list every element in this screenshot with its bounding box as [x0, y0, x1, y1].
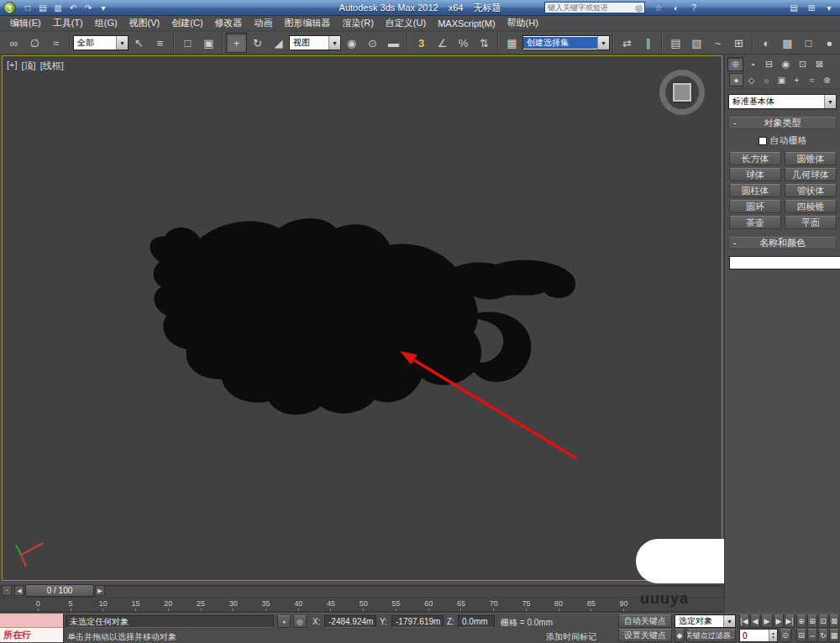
select-and-rotate-icon[interactable]: ↻ — [247, 33, 268, 53]
time-slider-track[interactable] — [0, 585, 724, 596]
current-frame-field[interactable]: 0 ▴▾ — [739, 629, 778, 642]
viewcube[interactable] — [659, 70, 705, 115]
rectangular-selection-region-icon[interactable]: □ — [177, 33, 198, 53]
go-to-end-icon[interactable]: ▶| — [785, 614, 795, 628]
viewcube-face[interactable] — [673, 83, 691, 102]
render-production-icon[interactable]: ● — [819, 33, 840, 53]
tab-utilities-icon[interactable]: ⊠ — [811, 57, 827, 71]
layer-manager-icon[interactable]: ▤ — [665, 33, 686, 53]
category-geometry-icon[interactable]: ● — [729, 73, 743, 86]
menu-rendering[interactable]: 渲染(R) — [337, 17, 380, 29]
next-frame-button-icon[interactable]: ▶ — [774, 614, 784, 628]
go-to-start-icon[interactable]: |◀ — [739, 614, 749, 628]
torus-button[interactable]: 圆环 — [729, 200, 781, 213]
absolute-mode-icon[interactable]: ◎ — [293, 615, 307, 628]
help-icon[interactable]: ? — [687, 2, 701, 14]
rendered-frame-window-icon[interactable]: □ — [798, 33, 819, 53]
bind-to-space-warp-icon[interactable]: ≈ — [45, 33, 66, 53]
select-and-link-icon[interactable]: ∞ — [3, 33, 24, 53]
menu-edit[interactable]: 编辑(E) — [4, 17, 47, 29]
search-icon[interactable]: ◎ — [633, 2, 644, 14]
zoom-region-icon[interactable]: ⊟ — [796, 629, 806, 642]
play-icon[interactable]: ▶ — [761, 614, 773, 628]
undo-icon[interactable]: ↶ — [66, 2, 80, 14]
zoom-extents-icon[interactable]: ⊡ — [818, 614, 828, 628]
favorites-icon[interactable]: ☆ — [652, 2, 665, 14]
dropdown-arrow-icon[interactable]: ▼ — [116, 36, 128, 50]
zoom-icon[interactable]: ⊕ — [796, 614, 806, 628]
viewport-top-wireframe[interactable]: [+] [顶] [线框] — [2, 55, 722, 581]
z-coordinate-field[interactable]: 0.0mm — [458, 615, 495, 628]
mini-curve-editor-icon[interactable]: ~ — [2, 585, 12, 596]
maximize-viewport-icon[interactable]: ▦ — [829, 629, 839, 642]
set-key-button[interactable]: 设置关键点 — [618, 629, 672, 642]
zoom-all-icon[interactable]: ⊞ — [807, 614, 817, 628]
category-helpers-icon[interactable]: + — [790, 73, 804, 86]
tab-motion-icon[interactable]: ◉ — [778, 57, 794, 71]
menu-tools[interactable]: 工具(T) — [47, 17, 89, 29]
tab-create-icon[interactable]: ⊕ — [727, 57, 743, 71]
pan-icon[interactable]: ⇔ — [807, 629, 817, 642]
category-cameras-icon[interactable]: ▣ — [774, 73, 789, 86]
tab-hierarchy-icon[interactable]: ⊟ — [761, 57, 777, 71]
add-time-tag[interactable]: 添加时间标记 — [546, 631, 596, 643]
cone-button[interactable]: 圆锥体 — [785, 152, 837, 165]
select-by-name-icon[interactable]: ≡ — [150, 33, 171, 53]
menu-group[interactable]: 组(G) — [89, 17, 123, 29]
mirror-icon[interactable]: ⇄ — [617, 33, 638, 53]
curve-editor-icon[interactable]: ~ — [707, 33, 728, 53]
use-pivot-center-icon[interactable]: ◉ — [341, 33, 362, 53]
dropdown-arrow-icon[interactable]: ▼ — [723, 615, 735, 627]
dropdown-arrow-icon[interactable]: ▼ — [824, 95, 836, 108]
menu-create[interactable]: 创建(C) — [165, 17, 208, 29]
category-space-warps-icon[interactable]: ≈ — [805, 73, 819, 86]
pyramid-button[interactable]: 四棱锥 — [785, 200, 837, 213]
collapse-icon[interactable]: - — [733, 238, 737, 248]
qat-dropdown-icon[interactable]: ▾ — [97, 2, 110, 14]
reference-coordinate-dropdown[interactable]: 视图 ▼ — [289, 35, 341, 50]
percent-snap-icon[interactable]: % — [453, 33, 474, 53]
named-selection-sets-dropdown[interactable]: 创建选择集 ▼ — [522, 35, 610, 50]
menu-graph-editors[interactable]: 图形编辑器 — [279, 17, 337, 29]
dropdown-arrow-icon[interactable]: ▼ — [597, 36, 609, 50]
graphite-modeling-icon[interactable]: ▧ — [686, 33, 707, 53]
workspace-icon[interactable]: ▤ — [787, 2, 801, 14]
previous-frame-button-icon[interactable]: ◀ — [750, 614, 760, 628]
tab-display-icon[interactable]: ⊡ — [795, 57, 811, 71]
frame-spinner[interactable]: ▴▾ — [769, 630, 777, 641]
keyboard-shortcut-override-icon[interactable]: ▬ — [383, 33, 404, 53]
track-bar[interactable]: 0 5 10 15 20 25 30 35 40 45 50 55 60 65 … — [0, 597, 724, 613]
menu-help[interactable]: 帮助(H) — [501, 17, 544, 29]
viewport-shading-menu[interactable]: [线框] — [40, 60, 64, 72]
menu-maxscript[interactable]: MAXScript(M) — [432, 18, 501, 29]
window-crossing-icon[interactable]: ▣ — [198, 33, 219, 53]
menu-modifiers[interactable]: 修改器 — [209, 17, 249, 29]
geometry-category-dropdown[interactable]: 标准基本体 ▼ — [728, 94, 837, 109]
x-coordinate-field[interactable]: -2484.924m — [324, 615, 376, 628]
layout-icon[interactable]: ⊞ — [805, 2, 818, 14]
redo-icon[interactable]: ↷ — [81, 2, 95, 14]
new-scene-icon[interactable]: □ — [21, 2, 34, 14]
rollout-name-color[interactable]: - 名称和颜色 — [728, 237, 837, 249]
menu-customize[interactable]: 自定义(U) — [380, 17, 432, 29]
angle-snap-icon[interactable]: ∠ — [432, 33, 453, 53]
set-key-icon[interactable]: ◆ — [675, 629, 685, 642]
tab-modify-icon[interactable]: ◔ — [744, 57, 760, 71]
unlink-selection-icon[interactable]: ∅ — [24, 33, 45, 53]
time-slider-handle[interactable]: 0 / 100 — [25, 584, 94, 597]
dropdown-arrow-icon[interactable]: ▼ — [328, 36, 340, 50]
plane-button[interactable]: 平面 — [785, 216, 837, 229]
box-button[interactable]: 长方体 — [729, 152, 781, 165]
titlebar-menu-icon[interactable]: ▾ — [822, 2, 836, 14]
render-setup-icon[interactable]: ▩ — [777, 33, 798, 53]
tube-button[interactable]: 管状体 — [785, 184, 837, 197]
key-selection-dropdown[interactable]: 选定对象 ▼ — [675, 614, 736, 628]
key-filters-button[interactable]: 关键点过滤器... — [686, 629, 736, 642]
cylinder-button[interactable]: 圆柱体 — [729, 184, 781, 197]
listener-line[interactable]: 所在行 — [0, 628, 63, 642]
autogrid-checkbox[interactable] — [759, 137, 767, 145]
time-configuration-icon[interactable]: ⊙ — [780, 629, 791, 642]
orbit-icon[interactable]: ↻ — [818, 629, 828, 642]
category-lights-icon[interactable]: ☼ — [759, 73, 774, 86]
select-object-icon[interactable]: ↖ — [129, 33, 150, 53]
